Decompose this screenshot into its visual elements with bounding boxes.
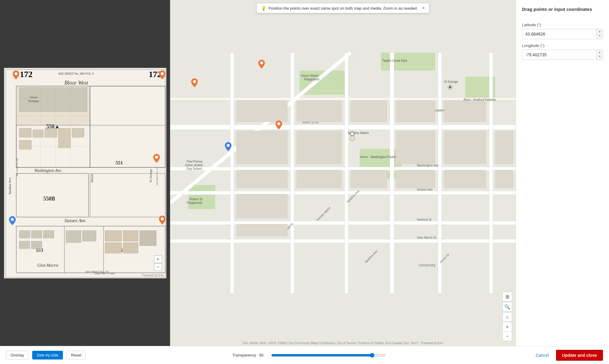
svg-text:Huron - Washington Parkette: Huron - Washington Parkette	[360, 155, 399, 159]
latitude-label: Latitude (°)	[522, 23, 603, 27]
svg-point-137	[277, 122, 280, 125]
svg-text:Sussex Ave: Sussex Ave	[417, 188, 433, 191]
hist-orange-marker-mr[interactable]	[153, 154, 160, 164]
map-blue-marker[interactable]	[225, 142, 231, 152]
svg-rect-51	[19, 231, 30, 238]
svg-point-113	[351, 133, 353, 135]
svg-text:Playground: Playground	[304, 78, 319, 81]
hist-orange-marker-br[interactable]	[159, 216, 166, 226]
svg-text:550B: 550B	[43, 196, 55, 202]
svg-rect-39	[72, 128, 84, 137]
svg-text:Huron Street: Huron Street	[301, 74, 318, 77]
notification-text: Position the points over exact same spot…	[269, 6, 418, 11]
svg-rect-129	[297, 170, 342, 188]
svg-rect-76	[170, 191, 516, 195]
svg-point-136	[193, 80, 196, 83]
svg-rect-133	[495, 131, 513, 164]
modern-map-svg: Bloor St W Washington Ave Sussex Ave Har…	[170, 0, 516, 346]
map-grid-btn[interactable]: ⊞	[502, 292, 512, 301]
svg-rect-54	[19, 241, 30, 249]
svg-text:Day School: Day School	[187, 167, 202, 170]
cancel-btn[interactable]: Cancel	[532, 351, 552, 359]
svg-rect-83	[390, 53, 394, 294]
latitude-spin-down[interactable]: ▼	[597, 33, 603, 38]
latitude-input-wrapper: ▲ ▼	[522, 29, 603, 39]
svg-rect-74	[170, 125, 516, 130]
transparency-label: Transparency	[232, 353, 256, 357]
zoom-out-btn[interactable]: −	[502, 331, 512, 341]
svg-rect-118	[236, 131, 287, 164]
svg-point-66	[161, 217, 164, 220]
svg-text:Robert St: Robert St	[190, 198, 202, 201]
svg-rect-121	[297, 101, 342, 122]
svg-rect-119	[236, 170, 287, 188]
svg-rect-61	[123, 243, 138, 253]
svg-text:Scale 50Ft.=1 inch: Scale 50Ft.=1 inch	[95, 272, 114, 275]
map-orange-marker-1[interactable]	[258, 60, 265, 70]
svg-rect-35	[33, 130, 43, 137]
reset-btn[interactable]: Reset	[67, 351, 86, 359]
svg-text:School: School	[30, 96, 38, 99]
svg-text:Sussex  Ave.: Sussex Ave.	[64, 218, 86, 223]
svg-point-138	[227, 144, 230, 147]
svg-text:SEE SHEET No. 389 VOL.V: SEE SHEET No. 389 VOL.V	[58, 72, 94, 75]
svg-rect-81	[291, 53, 294, 294]
svg-rect-120	[236, 194, 287, 218]
svg-rect-34	[19, 128, 31, 137]
map-home-btn[interactable]: ⌂	[502, 312, 512, 322]
longitude-input-wrapper: ▲ ▼	[522, 50, 603, 60]
svg-rect-85	[489, 53, 493, 294]
svg-rect-80	[230, 53, 234, 294]
svg-rect-78	[170, 239, 516, 243]
toolbar-right: Cancel Update and close	[532, 350, 603, 361]
hist-zoom-out[interactable]: −	[154, 263, 162, 271]
notification-close-btn[interactable]: ×	[422, 6, 425, 11]
hist-orange-marker-tl[interactable]	[13, 70, 19, 81]
modern-map-container[interactable]: 💡 Position the points over exact same sp…	[170, 0, 516, 346]
svg-rect-132	[444, 170, 486, 188]
side-by-side-btn[interactable]: Side-by-side	[32, 351, 63, 359]
historical-map-svg: 172 SEE SHEET No. 389 VOL.V 172 Bloor We…	[4, 68, 166, 278]
hist-blue-marker[interactable]	[9, 216, 16, 226]
svg-text:Harbord St: Harbord St	[417, 218, 432, 221]
latitude-spin-up[interactable]: ▲	[597, 29, 603, 33]
map-controls-group: ⊞ 🔍 ⌂	[502, 292, 512, 322]
svg-rect-60	[140, 231, 156, 246]
svg-text:Down Jewish: Down Jewish	[185, 163, 203, 167]
svg-rect-131	[396, 170, 435, 188]
svg-rect-134	[495, 170, 513, 188]
svg-rect-56	[66, 231, 81, 243]
svg-text:St George: St George	[149, 169, 152, 182]
svg-text:Huron: Huron	[90, 174, 94, 182]
longitude-spin-down[interactable]: ▼	[597, 54, 603, 58]
update-close-btn[interactable]: Update and close	[556, 350, 603, 361]
svg-rect-52	[31, 231, 42, 238]
svg-rect-128	[236, 224, 287, 236]
hist-orange-marker-tr[interactable]	[159, 70, 166, 81]
transparency-slider[interactable]	[271, 353, 386, 358]
svg-rect-122	[297, 131, 342, 164]
longitude-input[interactable]	[522, 50, 596, 60]
svg-rect-72	[188, 185, 215, 209]
latitude-input[interactable]	[522, 29, 596, 39]
svg-text:Spadina Ave.: Spadina Ave.	[8, 177, 11, 194]
longitude-label: Longitude (°)	[522, 43, 603, 48]
svg-rect-37	[19, 140, 31, 149]
panel-title: Drag points or input coordinates	[522, 6, 603, 12]
historical-map-container[interactable]: 172 SEE SHEET No. 389 VOL.V 172 Bloor We…	[4, 68, 166, 278]
hist-zoom-in[interactable]: +	[154, 255, 162, 263]
map-orange-marker-2[interactable]	[191, 78, 198, 89]
svg-point-135	[260, 61, 263, 64]
overlay-btn[interactable]: Overlay	[6, 351, 29, 359]
svg-text:551: 551	[116, 160, 123, 165]
longitude-spin-up[interactable]: ▲	[597, 50, 603, 54]
svg-text:SEE SHEET No. 173: SEE SHEET No. 173	[156, 167, 158, 185]
hist-esri-credit: Powered by Esri	[142, 274, 164, 277]
svg-point-67	[11, 218, 14, 221]
svg-text:SEE SHEET No. 169: SEE SHEET No. 169	[16, 158, 18, 176]
main-content: 172 SEE SHEET No. 389 VOL.V 172 Bloor We…	[0, 0, 609, 346]
zoom-in-btn[interactable]: +	[502, 322, 512, 331]
map-search-btn[interactable]: 🔍	[502, 302, 512, 312]
map-orange-marker-3[interactable]	[275, 120, 282, 131]
longitude-spinner: ▲ ▼	[596, 50, 603, 60]
